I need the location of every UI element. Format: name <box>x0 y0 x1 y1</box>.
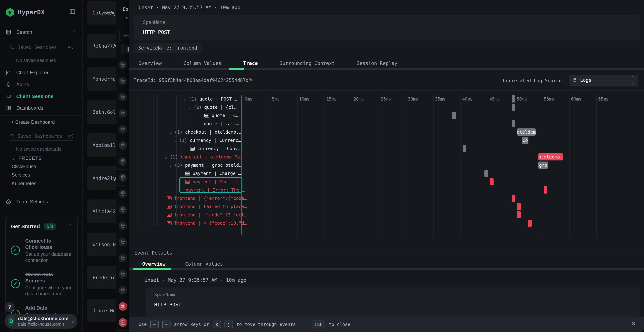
span-duration-bar[interactable]: oteldemo. <box>538 153 563 160</box>
tab-overview[interactable]: Overview <box>138 60 162 66</box>
span-duration-bar[interactable] <box>452 112 456 119</box>
span-tree-row[interactable]: ⌄(3)payment | grpc.oteld… <box>170 161 242 169</box>
user-menu[interactable]: D dale@clickhouse.com dale@clickhouse.co… <box>4 314 78 328</box>
session-event-row[interactable] <box>116 186 129 202</box>
span-tree-row[interactable]: quote | C… <box>204 112 239 120</box>
span-tree-row[interactable]: ⌄(1)checkout | oteldemo.Pa… <box>165 153 242 161</box>
preset-services[interactable]: Services <box>12 172 30 178</box>
sidebar-item-chart-explorer[interactable]: Chart Explorer <box>6 68 78 77</box>
presets-toggle[interactable]: ⌄ PRESETS <box>12 155 42 161</box>
span-duration-bar[interactable] <box>528 220 532 227</box>
chevron-down-icon[interactable]: ⌄ <box>170 130 172 134</box>
session-card[interactable]: Andre21@ <box>87 166 116 190</box>
session-event-row[interactable] <box>116 57 129 73</box>
chevron-down-icon[interactable]: ⌄ <box>184 97 186 101</box>
sidebar-item-search[interactable]: Search ⌃ <box>6 28 78 37</box>
chevron-down-icon[interactable]: ⌄ <box>174 138 176 142</box>
saved-searches-input[interactable]: Saved Searches ⌘K <box>6 43 77 52</box>
session-event-row[interactable] <box>116 170 129 186</box>
search-icon <box>10 45 15 50</box>
session-event-row[interactable] <box>116 138 129 154</box>
session-event-row[interactable] <box>116 218 129 234</box>
sidebar-item-team-settings[interactable]: Team Settings <box>6 197 78 206</box>
ed-tab-column-values[interactable]: Column Values <box>185 261 223 267</box>
session-card[interactable]: Dixie_Mc <box>87 299 116 322</box>
session-event-row[interactable] <box>116 154 129 170</box>
tab-column-values[interactable]: Column Values <box>184 60 221 66</box>
span-tree-row[interactable]: frontend | × {"code":13,"d… <box>167 219 247 227</box>
session-card[interactable]: Alicia42 <box>87 200 116 223</box>
span-tree-row[interactable]: frontend | {"code":13,"det… <box>167 211 247 219</box>
span-tree-row[interactable]: ⌄(2)quote | {cl… <box>189 103 236 111</box>
span-duration-bar[interactable]: Co <box>522 137 528 144</box>
span-tree-row[interactable]: ⌄(1)currency | Currenc… <box>174 136 241 144</box>
log-source-select[interactable]: Logs ⌃⌄ <box>569 75 638 86</box>
span-duration-bar[interactable] <box>544 186 548 194</box>
tree-scrollbar[interactable] <box>240 95 242 235</box>
get-started-item[interactable]: ✓Create Data SourcesConfigure where your… <box>11 271 72 297</box>
session-event-row[interactable] <box>116 250 129 266</box>
session-card[interactable]: Retha77@ <box>87 34 116 58</box>
session-event-row[interactable] <box>116 298 129 314</box>
events-search-input[interactable]: Se <box>120 30 129 41</box>
session-event-row[interactable] <box>116 121 129 138</box>
span-duration-bar[interactable] <box>512 120 516 127</box>
session-event-row[interactable] <box>116 282 129 298</box>
span-tree-row[interactable]: payment | Charge … <box>185 170 241 178</box>
session-card[interactable]: Wilson_H <box>87 232 116 256</box>
session-event-row[interactable] <box>116 202 129 218</box>
span-duration-bar[interactable] <box>490 178 494 185</box>
session-event-row[interactable] <box>116 234 129 250</box>
chevron-down-icon[interactable]: ⌄ <box>170 163 172 168</box>
tab-trace[interactable]: Trace <box>243 60 258 66</box>
sidebar-item-client-sessions[interactable]: Client Sessions <box>6 92 78 101</box>
session-event-row[interactable] <box>116 105 129 121</box>
log-event-icon <box>167 205 172 208</box>
span-duration-bar[interactable] <box>512 195 516 202</box>
sidebar-item-alerts[interactable]: Alerts <box>6 80 78 89</box>
session-card[interactable]: Monserra <box>87 67 116 91</box>
tab-surrounding-context[interactable]: Surrounding Context <box>280 60 335 66</box>
span-duration-bar[interactable] <box>462 145 466 152</box>
service-name-chip[interactable]: ServiceName: frontend <box>134 43 202 53</box>
chevron-down-icon[interactable]: ⌄ <box>189 105 191 110</box>
session-event-row[interactable] <box>116 89 129 105</box>
edit-icon[interactable]: ✎ <box>249 76 253 83</box>
session-card[interactable]: Beth.Gol <box>87 100 116 124</box>
span-duration-bar[interactable] <box>512 95 516 102</box>
chevron-up-icon[interactable]: ⌃ <box>68 224 72 229</box>
span-duration-bar[interactable] <box>517 203 521 210</box>
span-tree-row[interactable]: ⌄(1)checkout | oteldemo.… <box>170 128 242 136</box>
span-tree-row[interactable]: quote | calc… <box>204 120 239 128</box>
close-icon[interactable]: ✕ <box>631 320 636 327</box>
span-duration-bar[interactable]: grp <box>538 162 548 169</box>
help-button[interactable]: ? <box>4 302 14 312</box>
span-tree-row[interactable]: currency | Conv… <box>190 144 240 153</box>
gear-icon <box>6 199 11 204</box>
span-duration-bar[interactable] <box>484 170 488 177</box>
session-card[interactable]: Frederic <box>87 266 116 289</box>
saved-dashboards-input[interactable]: Saved Dashboards ⌘K <box>6 132 77 140</box>
span-tree-row[interactable]: frontend | Failed to place… <box>167 202 247 211</box>
preset-kubernetes[interactable]: Kubernetes <box>12 181 36 186</box>
span-duration-bar[interactable]: oteldem <box>517 128 536 136</box>
ed-tab-overview[interactable]: Overview <box>142 261 166 267</box>
session-card[interactable]: Coty60@g <box>87 1 116 24</box>
session-event-row[interactable] <box>116 314 129 330</box>
create-dashboard-button[interactable]: + Create Dashboard <box>11 120 55 125</box>
preset-clickhouse[interactable]: ClickHouse <box>12 164 36 170</box>
chevron-down-icon[interactable]: ⌄ <box>165 155 168 159</box>
collapse-sidebar-icon[interactable] <box>70 8 76 15</box>
get-started-item[interactable]: ✓Connect to ClickHouseSet up your databa… <box>11 238 72 264</box>
span-duration-bar[interactable] <box>517 211 521 218</box>
span-tree-row[interactable]: ⌄(1)quote | POST … <box>184 95 237 103</box>
session-card[interactable]: Abbigail <box>87 133 116 157</box>
session-event-row[interactable] <box>116 73 129 89</box>
span-tree-row[interactable]: frontend | {"error":{"code… <box>167 194 247 202</box>
location-pin-icon <box>120 143 126 148</box>
tab-session-replay[interactable]: Session Replay <box>357 60 398 66</box>
span-duration-bar[interactable] <box>512 104 516 111</box>
session-event-row[interactable] <box>116 266 129 282</box>
sidebar-item-dashboards[interactable]: Dashboards ⌃ <box>6 104 78 113</box>
event-details-title: Event Details <box>134 250 172 256</box>
